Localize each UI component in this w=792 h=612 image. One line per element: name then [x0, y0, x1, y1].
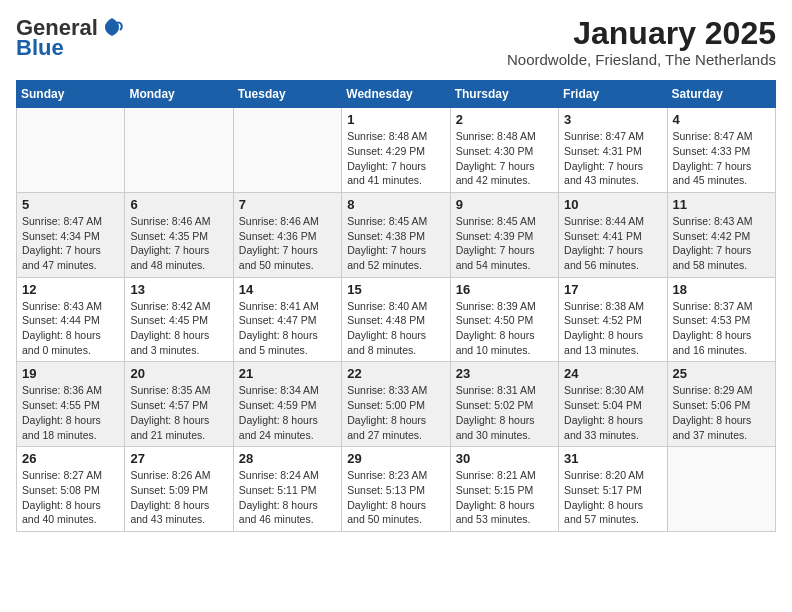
calendar-cell: 27Sunrise: 8:26 AM Sunset: 5:09 PM Dayli… [125, 447, 233, 532]
day-number: 26 [22, 451, 119, 466]
calendar-cell: 18Sunrise: 8:37 AM Sunset: 4:53 PM Dayli… [667, 277, 775, 362]
weekday-header-row: SundayMondayTuesdayWednesdayThursdayFrid… [17, 81, 776, 108]
month-title: January 2025 [507, 16, 776, 51]
calendar-cell: 21Sunrise: 8:34 AM Sunset: 4:59 PM Dayli… [233, 362, 341, 447]
calendar-cell: 24Sunrise: 8:30 AM Sunset: 5:04 PM Dayli… [559, 362, 667, 447]
day-number: 29 [347, 451, 444, 466]
location-title: Noordwolde, Friesland, The Netherlands [507, 51, 776, 68]
weekday-header-wednesday: Wednesday [342, 81, 450, 108]
day-number: 12 [22, 282, 119, 297]
calendar-table: SundayMondayTuesdayWednesdayThursdayFrid… [16, 80, 776, 532]
day-info: Sunrise: 8:33 AM Sunset: 5:00 PM Dayligh… [347, 383, 444, 442]
calendar-cell: 29Sunrise: 8:23 AM Sunset: 5:13 PM Dayli… [342, 447, 450, 532]
day-info: Sunrise: 8:20 AM Sunset: 5:17 PM Dayligh… [564, 468, 661, 527]
calendar-cell: 5Sunrise: 8:47 AM Sunset: 4:34 PM Daylig… [17, 192, 125, 277]
calendar-cell: 17Sunrise: 8:38 AM Sunset: 4:52 PM Dayli… [559, 277, 667, 362]
day-info: Sunrise: 8:45 AM Sunset: 4:38 PM Dayligh… [347, 214, 444, 273]
day-info: Sunrise: 8:21 AM Sunset: 5:15 PM Dayligh… [456, 468, 553, 527]
day-info: Sunrise: 8:36 AM Sunset: 4:55 PM Dayligh… [22, 383, 119, 442]
day-number: 19 [22, 366, 119, 381]
day-number: 24 [564, 366, 661, 381]
day-info: Sunrise: 8:35 AM Sunset: 4:57 PM Dayligh… [130, 383, 227, 442]
calendar-cell [125, 108, 233, 193]
weekday-header-monday: Monday [125, 81, 233, 108]
day-number: 20 [130, 366, 227, 381]
calendar-cell: 2Sunrise: 8:48 AM Sunset: 4:30 PM Daylig… [450, 108, 558, 193]
calendar-cell: 31Sunrise: 8:20 AM Sunset: 5:17 PM Dayli… [559, 447, 667, 532]
calendar-cell: 28Sunrise: 8:24 AM Sunset: 5:11 PM Dayli… [233, 447, 341, 532]
day-info: Sunrise: 8:45 AM Sunset: 4:39 PM Dayligh… [456, 214, 553, 273]
day-number: 30 [456, 451, 553, 466]
calendar-cell: 15Sunrise: 8:40 AM Sunset: 4:48 PM Dayli… [342, 277, 450, 362]
calendar-cell: 6Sunrise: 8:46 AM Sunset: 4:35 PM Daylig… [125, 192, 233, 277]
calendar-cell [17, 108, 125, 193]
day-number: 27 [130, 451, 227, 466]
day-number: 28 [239, 451, 336, 466]
day-info: Sunrise: 8:37 AM Sunset: 4:53 PM Dayligh… [673, 299, 770, 358]
calendar-cell: 7Sunrise: 8:46 AM Sunset: 4:36 PM Daylig… [233, 192, 341, 277]
day-info: Sunrise: 8:34 AM Sunset: 4:59 PM Dayligh… [239, 383, 336, 442]
day-number: 31 [564, 451, 661, 466]
day-info: Sunrise: 8:38 AM Sunset: 4:52 PM Dayligh… [564, 299, 661, 358]
calendar-cell [233, 108, 341, 193]
weekday-header-thursday: Thursday [450, 81, 558, 108]
calendar-cell: 11Sunrise: 8:43 AM Sunset: 4:42 PM Dayli… [667, 192, 775, 277]
calendar-cell: 1Sunrise: 8:48 AM Sunset: 4:29 PM Daylig… [342, 108, 450, 193]
day-number: 2 [456, 112, 553, 127]
calendar-week-row: 19Sunrise: 8:36 AM Sunset: 4:55 PM Dayli… [17, 362, 776, 447]
day-number: 16 [456, 282, 553, 297]
calendar-cell: 13Sunrise: 8:42 AM Sunset: 4:45 PM Dayli… [125, 277, 233, 362]
day-number: 6 [130, 197, 227, 212]
calendar-cell: 26Sunrise: 8:27 AM Sunset: 5:08 PM Dayli… [17, 447, 125, 532]
weekday-header-saturday: Saturday [667, 81, 775, 108]
day-number: 1 [347, 112, 444, 127]
calendar-week-row: 5Sunrise: 8:47 AM Sunset: 4:34 PM Daylig… [17, 192, 776, 277]
calendar-cell: 16Sunrise: 8:39 AM Sunset: 4:50 PM Dayli… [450, 277, 558, 362]
day-number: 14 [239, 282, 336, 297]
logo: General Blue [16, 16, 123, 60]
weekday-header-tuesday: Tuesday [233, 81, 341, 108]
day-info: Sunrise: 8:39 AM Sunset: 4:50 PM Dayligh… [456, 299, 553, 358]
day-info: Sunrise: 8:43 AM Sunset: 4:42 PM Dayligh… [673, 214, 770, 273]
day-info: Sunrise: 8:26 AM Sunset: 5:09 PM Dayligh… [130, 468, 227, 527]
day-info: Sunrise: 8:42 AM Sunset: 4:45 PM Dayligh… [130, 299, 227, 358]
day-info: Sunrise: 8:43 AM Sunset: 4:44 PM Dayligh… [22, 299, 119, 358]
logo-blue-text: Blue [16, 36, 64, 60]
day-info: Sunrise: 8:40 AM Sunset: 4:48 PM Dayligh… [347, 299, 444, 358]
calendar-week-row: 12Sunrise: 8:43 AM Sunset: 4:44 PM Dayli… [17, 277, 776, 362]
day-info: Sunrise: 8:46 AM Sunset: 4:36 PM Dayligh… [239, 214, 336, 273]
calendar-cell: 19Sunrise: 8:36 AM Sunset: 4:55 PM Dayli… [17, 362, 125, 447]
day-info: Sunrise: 8:23 AM Sunset: 5:13 PM Dayligh… [347, 468, 444, 527]
day-number: 4 [673, 112, 770, 127]
calendar-cell: 14Sunrise: 8:41 AM Sunset: 4:47 PM Dayli… [233, 277, 341, 362]
day-info: Sunrise: 8:27 AM Sunset: 5:08 PM Dayligh… [22, 468, 119, 527]
day-number: 22 [347, 366, 444, 381]
calendar-cell: 30Sunrise: 8:21 AM Sunset: 5:15 PM Dayli… [450, 447, 558, 532]
calendar-cell: 22Sunrise: 8:33 AM Sunset: 5:00 PM Dayli… [342, 362, 450, 447]
weekday-header-sunday: Sunday [17, 81, 125, 108]
calendar-cell: 23Sunrise: 8:31 AM Sunset: 5:02 PM Dayli… [450, 362, 558, 447]
day-number: 8 [347, 197, 444, 212]
day-info: Sunrise: 8:47 AM Sunset: 4:31 PM Dayligh… [564, 129, 661, 188]
calendar-cell: 4Sunrise: 8:47 AM Sunset: 4:33 PM Daylig… [667, 108, 775, 193]
calendar-week-row: 1Sunrise: 8:48 AM Sunset: 4:29 PM Daylig… [17, 108, 776, 193]
calendar-cell: 10Sunrise: 8:44 AM Sunset: 4:41 PM Dayli… [559, 192, 667, 277]
day-info: Sunrise: 8:48 AM Sunset: 4:29 PM Dayligh… [347, 129, 444, 188]
day-info: Sunrise: 8:47 AM Sunset: 4:34 PM Dayligh… [22, 214, 119, 273]
day-info: Sunrise: 8:47 AM Sunset: 4:33 PM Dayligh… [673, 129, 770, 188]
day-info: Sunrise: 8:41 AM Sunset: 4:47 PM Dayligh… [239, 299, 336, 358]
day-number: 9 [456, 197, 553, 212]
day-number: 25 [673, 366, 770, 381]
day-info: Sunrise: 8:48 AM Sunset: 4:30 PM Dayligh… [456, 129, 553, 188]
day-number: 10 [564, 197, 661, 212]
day-number: 21 [239, 366, 336, 381]
day-info: Sunrise: 8:29 AM Sunset: 5:06 PM Dayligh… [673, 383, 770, 442]
title-block: January 2025 Noordwolde, Friesland, The … [507, 16, 776, 68]
page-header: General Blue January 2025 Noordwolde, Fr… [16, 16, 776, 68]
calendar-week-row: 26Sunrise: 8:27 AM Sunset: 5:08 PM Dayli… [17, 447, 776, 532]
day-number: 3 [564, 112, 661, 127]
day-number: 5 [22, 197, 119, 212]
calendar-cell: 3Sunrise: 8:47 AM Sunset: 4:31 PM Daylig… [559, 108, 667, 193]
day-info: Sunrise: 8:46 AM Sunset: 4:35 PM Dayligh… [130, 214, 227, 273]
day-number: 11 [673, 197, 770, 212]
